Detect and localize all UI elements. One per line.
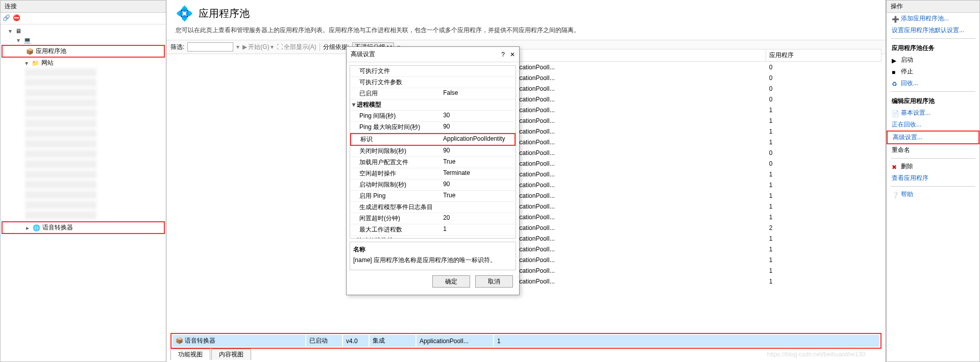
globe-icon: 🌐 (33, 224, 40, 231)
action-advanced[interactable]: 高级设置... (887, 131, 979, 144)
connections-toolbar: 🔗 ⛔ (1, 13, 166, 24)
action-delete[interactable]: ✖删除 (887, 161, 979, 172)
property-description: 名称 [name] 应用程序池名称是应用程序池的唯一标识符。 (350, 242, 516, 270)
edit-section-title: 编辑应用程序池 (887, 94, 979, 107)
close-icon[interactable]: ✕ (510, 51, 515, 58)
footer-tabs: 功能视图 内容视图 (170, 349, 251, 360)
doc-icon: 📄 (892, 110, 898, 116)
tree-blurred-item (25, 180, 96, 189)
tasks-section-title: 应用程序池任务 (887, 41, 979, 54)
prop-row[interactable]: 闲置超时(分钟)20 (350, 213, 516, 224)
tab-features[interactable]: 功能视图 (170, 349, 210, 360)
prop-row[interactable]: 空闲超时操作Terminate (350, 168, 516, 179)
tree-blurred-item (25, 191, 96, 199)
tree-blurred-item (25, 109, 96, 117)
prop-category[interactable]: 进程模型 (350, 99, 516, 111)
pool-icon: 📦 (176, 337, 183, 344)
actions-panel: 操作 ➕ 添加应用程序池... 设置应用程序池默认设置... 应用程序池任务 ▶… (886, 0, 980, 362)
actions-title: 操作 (887, 1, 979, 13)
connections-panel: 连接 🔗 ⛔ 🖥 💻 📦 应用程序池 📁 网站 🌐 语音转换器 (0, 0, 166, 362)
tree-blurred-item (25, 130, 96, 138)
prop-row[interactable]: 启用 PingTrue (350, 191, 516, 202)
connections-tree: 🖥 💻 📦 应用程序池 📁 网站 🌐 语音转换器 (1, 24, 166, 236)
tree-blurred-item (25, 140, 96, 148)
tree-voice-converter-label: 语音转换器 (42, 223, 73, 232)
prop-row[interactable]: 启动时间限制(秒)90 (350, 179, 516, 191)
cancel-button[interactable]: 取消 (475, 275, 513, 288)
action-rename[interactable]: 重命名 (887, 144, 979, 156)
connections-title: 连接 (1, 1, 166, 13)
tree-blurred-item (25, 68, 96, 76)
tree-sites-label: 网站 (41, 59, 54, 67)
tree-blurred-item (25, 160, 96, 168)
page-title: 应用程序池 (199, 7, 250, 20)
prop-row[interactable]: 加载用户配置文件True (350, 157, 516, 168)
connect-icon[interactable]: 🔗 (3, 14, 11, 22)
tree-blurred-item (25, 79, 96, 87)
action-basic[interactable]: 📄基本设置... (887, 107, 979, 119)
tree-sites[interactable]: 📁 网站 (2, 58, 165, 68)
tree-blurred-item (25, 150, 96, 158)
watermark: https://blog.csdn.net/beihuanlihe130 (767, 351, 865, 358)
advanced-settings-dialog: 高级设置 ? ✕ 可执行文件可执行文件参数已启用False进程模型Ping 间隔… (346, 46, 520, 295)
tree-app-pools[interactable]: 📦 应用程序池 (2, 45, 165, 58)
prop-row[interactable]: Ping 最大响应时间(秒)90 (350, 122, 516, 133)
dialog-help-icon[interactable]: ? (501, 51, 505, 58)
prop-row[interactable]: 可执行文件参数 (350, 77, 516, 88)
action-recycle[interactable]: ♻回收... (887, 77, 979, 89)
play-icon: ▶ (892, 57, 898, 63)
prop-category[interactable]: 快速故障防护 (350, 236, 516, 239)
tree-root[interactable]: 🖥 (2, 27, 165, 36)
prop-row[interactable]: 最大工作进程数1 (350, 224, 516, 236)
add-icon: ➕ (892, 16, 898, 22)
tree-blurred-item (25, 170, 96, 178)
action-add-pool[interactable]: ➕ 添加应用程序池... (887, 13, 979, 24)
page-description: 您可以在此页上查看和管理服务器上的应用程序池列表。应用程序池与工作进程相关联，包… (166, 24, 886, 40)
tree-blurred-item (25, 99, 96, 107)
action-stop[interactable]: ■停止 (887, 66, 979, 77)
sites-icon: 📁 (32, 60, 39, 67)
center-panel: 💠 应用程序池 您可以在此页上查看和管理服务器上的应用程序池列表。应用程序池与工… (166, 0, 886, 362)
app-pools-icon: 📦 (26, 48, 34, 55)
dialog-title: 高级设置 (351, 50, 501, 59)
tree-server[interactable]: 💻 (2, 36, 165, 45)
pool-table-container: 托管管道模式 标识 应用程序 集成ApplicationPoolI...0经典A… (170, 49, 881, 347)
disconnect-icon[interactable]: ⛔ (13, 14, 21, 22)
selected-row-highlight: 📦 语音转换器 已启动 v4.0 集成 ApplicationPoolI... … (170, 333, 881, 349)
action-help[interactable]: ❔帮助 (887, 189, 979, 200)
tree-blurred-item (25, 119, 96, 127)
tree-blurred-item (25, 211, 96, 219)
action-view-apps[interactable]: 查看应用程序 (887, 172, 979, 184)
action-set-defaults[interactable]: 设置应用程序池默认设置... (887, 24, 979, 36)
action-start[interactable]: ▶启动 (887, 54, 979, 66)
tree-voice-converter[interactable]: 🌐 语音转换器 (2, 221, 165, 234)
selected-pool-row[interactable]: 📦 语音转换器 已启动 v4.0 集成 ApplicationPoolI... … (173, 335, 879, 347)
delete-icon: ✖ (892, 164, 898, 170)
app-pools-large-icon: 💠 (176, 5, 193, 22)
prop-row[interactable]: 已启用False (350, 88, 516, 99)
stop-icon: ■ (892, 69, 898, 75)
tree-app-pools-label: 应用程序池 (36, 47, 66, 56)
prop-row[interactable]: 可执行文件 (350, 66, 516, 77)
tab-content[interactable]: 内容视图 (211, 349, 251, 360)
prop-row[interactable]: Ping 间隔(秒)30 (350, 111, 516, 122)
tree-blurred-item (25, 89, 96, 97)
ok-button[interactable]: 确定 (432, 275, 470, 288)
tree-blurred-item (25, 201, 96, 209)
property-grid[interactable]: 可执行文件可执行文件参数已启用False进程模型Ping 间隔(秒)30Ping… (350, 65, 516, 239)
prop-row[interactable]: 关闭时间限制(秒)90 (350, 146, 516, 157)
prop-row[interactable]: 标识ApplicationPoolIdentity (350, 133, 516, 146)
recycle-icon: ♻ (892, 81, 898, 87)
action-recycling[interactable]: 正在回收... (887, 119, 979, 131)
prop-row[interactable]: 生成进程模型事件日志条目 (350, 202, 516, 213)
help-icon: ❔ (892, 192, 898, 198)
